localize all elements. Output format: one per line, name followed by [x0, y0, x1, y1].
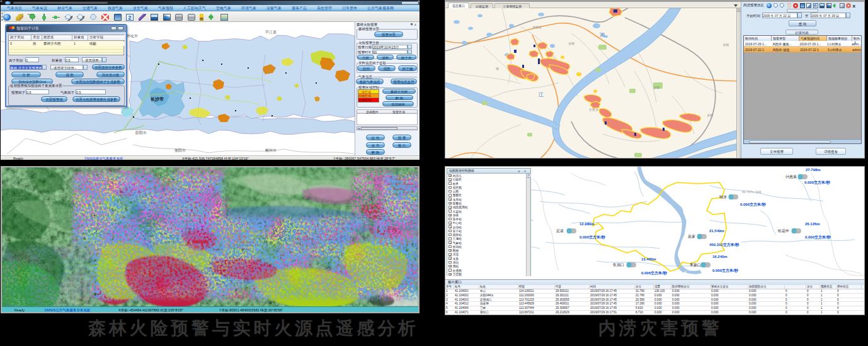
svg-text:0.000立方米/秒: 0.000立方米/秒 — [740, 202, 767, 207]
svg-text:13.460m: 13.460m — [641, 257, 656, 261]
svg-text:镇: 镇 — [496, 67, 499, 70]
svg-text:0.000立方米/秒: 0.000立方米/秒 — [712, 268, 739, 273]
svg-text:计惠英: 计惠英 — [785, 174, 797, 179]
svg-text:0.006立方米/秒: 0.006立方米/秒 — [641, 271, 668, 276]
svg-text:乡镇: 乡镇 — [568, 42, 574, 45]
svg-text:450.312立方米/秒: 450.312立方米/秒 — [709, 242, 740, 247]
svg-text:邵阳市: 邵阳市 — [135, 130, 147, 135]
svg-text:26.126m: 26.126m — [805, 222, 820, 226]
svg-text:吴家: 吴家 — [688, 234, 695, 238]
svg-text:16.240m: 16.240m — [712, 255, 728, 259]
svg-text:乡镇: 乡镇 — [653, 86, 660, 89]
svg-text:湘: 湘 — [600, 32, 605, 38]
svg-text:文家乡: 文家乡 — [589, 108, 598, 111]
svg-text:0.000立方米/秒: 0.000立方米/秒 — [804, 180, 831, 185]
svg-text:乡镇名: 乡镇名 — [532, 25, 542, 29]
svg-text:革新口: 革新口 — [689, 262, 701, 267]
svg-text:乡镇: 乡镇 — [722, 43, 729, 47]
svg-text:27.798m: 27.798m — [806, 168, 821, 172]
svg-text:宏凌: 宏凌 — [556, 228, 564, 233]
svg-text:衡阳市: 衡阳市 — [174, 148, 186, 153]
svg-text:响水: 响水 — [719, 195, 727, 199]
svg-text:怀化市: 怀化市 — [126, 33, 138, 38]
svg-text:0.000立方米/秒: 0.000立方米/秒 — [805, 235, 831, 240]
svg-text:江: 江 — [538, 92, 544, 98]
svg-text:12.980m: 12.980m — [580, 222, 595, 226]
svg-text:21.549m: 21.549m — [709, 229, 724, 233]
svg-text:0.000立方米/秒: 0.000立方米/秒 — [580, 235, 606, 240]
svg-text:松花申: 松花申 — [778, 229, 789, 233]
svg-text:乡镇: 乡镇 — [707, 113, 713, 117]
svg-text:长沙市: 长沙市 — [150, 96, 164, 102]
svg-text:66.707m 等级: 66.707m 等级 — [742, 190, 762, 194]
svg-text:鱼洞口: 鱼洞口 — [613, 263, 624, 267]
svg-text:平江县: 平江县 — [265, 30, 277, 34]
svg-text:郴州市: 郴州市 — [265, 148, 277, 152]
